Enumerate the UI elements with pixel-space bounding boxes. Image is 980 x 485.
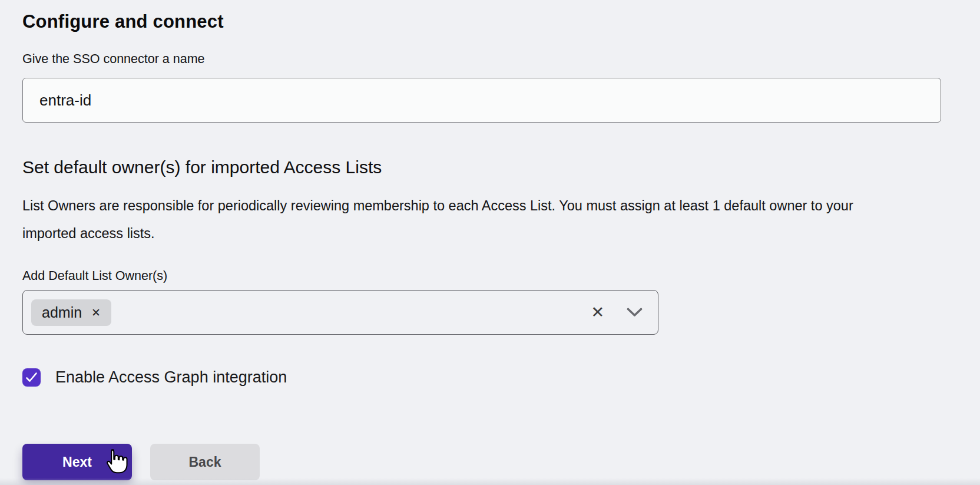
chevron-down-icon[interactable] [627,308,643,317]
page-title: Configure and connect [22,11,941,33]
access-graph-label: Enable Access Graph integration [55,368,287,387]
selected-owner-chip-label: admin [42,304,82,321]
chip-remove-icon[interactable]: ✕ [91,307,101,318]
select-clear-icon[interactable]: ✕ [591,305,604,321]
owners-section-description: List Owners are responsible for periodic… [22,192,888,248]
next-button[interactable]: Next [22,444,132,480]
access-graph-checkbox[interactable] [22,368,41,387]
access-graph-row: Enable Access Graph integration [22,368,941,387]
default-list-owners-select[interactable]: admin ✕ ✕ [22,290,658,335]
selected-owner-chip[interactable]: admin ✕ [31,299,111,326]
connector-name-input[interactable] [22,78,941,123]
default-list-owners-label: Add Default List Owner(s) [22,269,941,283]
wizard-actions: Next Back [22,444,941,480]
connector-name-label: Give the SSO connector a name [22,52,941,66]
back-button[interactable]: Back [150,444,260,480]
owners-section-heading: Set default owner(s) for imported Access… [22,156,941,179]
checkmark-icon [25,372,38,383]
configure-and-connect-page: Configure and connect Give the SSO conne… [0,0,980,485]
